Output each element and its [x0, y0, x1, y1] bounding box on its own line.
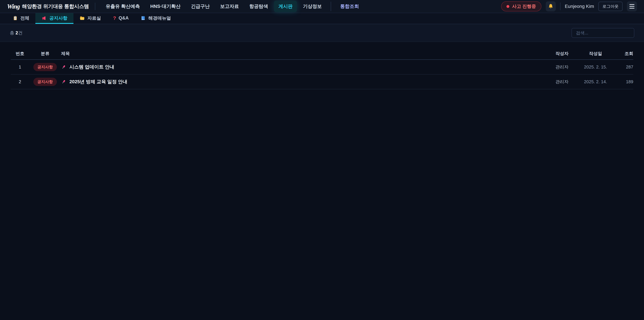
main-nav: 유출유 확산예측 HNS·대기확산 긴급구난 보고자료 항공탐색 게시판 기상정… — [101, 1, 363, 12]
logout-button[interactable]: 로그아웃 — [598, 2, 622, 11]
tab-manual[interactable]: 해경매뉴얼 — [135, 13, 177, 24]
megaphone-icon — [42, 16, 47, 21]
app-title: 해양환경 위기대응 통합시스템 — [22, 3, 89, 10]
column-header-title: 제목 — [61, 51, 548, 57]
total-number: 2 — [16, 30, 18, 36]
category-cell: 공지사항 — [29, 78, 61, 86]
pin-icon — [61, 79, 66, 84]
table-row[interactable]: 2 공지사항 2025년 방제 교육 일정 안내 관리자 2025. 2. 14… — [11, 75, 633, 89]
nav-item-hns-air-diffusion[interactable]: HNS·대기확산 — [146, 1, 185, 12]
user-divider — [560, 3, 560, 10]
tab-notices[interactable]: 공지사항 — [36, 13, 74, 24]
book-icon — [141, 16, 146, 21]
folder-icon — [80, 16, 85, 21]
nav-item-weather-info[interactable]: 기상정보 — [298, 1, 326, 12]
tab-label: 자료실 — [88, 15, 101, 21]
nav-item-integrated-search[interactable]: 통합조회 — [336, 1, 363, 12]
user-name: Eunjeong Kim — [565, 4, 594, 9]
nav-item-reports[interactable]: 보고자료 — [216, 1, 243, 12]
total-prefix: 총 — [10, 30, 16, 36]
hamburger-icon — [630, 4, 634, 9]
category-badge: 공지사항 — [33, 63, 57, 71]
board-table: 번호 분류 제목 작성자 작성일 조회 1 공지사항 시스템 업데이트 — [0, 42, 644, 89]
category-cell: 공지사항 — [29, 63, 61, 71]
column-header-date: 작성일 — [576, 51, 615, 57]
row-number: 2 — [11, 79, 29, 84]
pin-icon — [61, 64, 66, 70]
incident-status-badge[interactable]: 사고 진행중 — [501, 1, 541, 12]
board-tab-bar: 전체 공지사항 자료실 ? Q&A — [0, 13, 644, 24]
date-cell: 2025. 2. 14. — [576, 79, 615, 84]
title-cell[interactable]: 시스템 업데이트 안내 — [61, 64, 548, 70]
column-header-no: 번호 — [11, 51, 29, 57]
tab-label: 해경매뉴얼 — [148, 15, 171, 21]
title-cell[interactable]: 2025년 방제 교육 일정 안내 — [61, 79, 548, 85]
tab-archive[interactable]: 자료실 — [74, 13, 107, 24]
clipboard-icon — [13, 16, 18, 21]
incident-status-label: 사고 진행중 — [512, 3, 536, 10]
column-header-category: 분류 — [29, 51, 61, 57]
top-bar: Wing 해양환경 위기대응 통합시스템 유출유 확산예측 HNS·대기확산 긴… — [0, 0, 644, 13]
table-row[interactable]: 1 공지사항 시스템 업데이트 안내 관리자 2025. 2. 15. 287 — [11, 60, 633, 75]
brand-divider — [95, 3, 95, 10]
tab-label: Q&A — [118, 16, 129, 21]
brand: Wing 해양환경 위기대응 통합시스템 — [7, 3, 89, 10]
incident-dot-icon — [506, 5, 509, 8]
nav-item-emergency-rescue[interactable]: 긴급구난 — [186, 1, 214, 12]
author-cell: 관리자 — [548, 79, 576, 85]
total-count: 총 2건 — [10, 30, 23, 36]
tab-qna[interactable]: ? Q&A — [107, 13, 135, 24]
search-input[interactable] — [572, 28, 634, 38]
tab-all[interactable]: 전체 — [7, 13, 36, 24]
board-toolbar: 총 2건 — [0, 24, 644, 42]
nav-separator — [331, 2, 331, 11]
menu-button[interactable] — [627, 1, 637, 12]
question-icon: ? — [113, 15, 116, 21]
views-cell: 189 — [615, 79, 633, 84]
nav-item-oil-spill-prediction[interactable]: 유출유 확산예측 — [101, 1, 144, 12]
nav-item-aerial-search[interactable]: 항공탐색 — [245, 1, 272, 12]
author-cell: 관리자 — [548, 64, 576, 70]
table-header-row: 번호 분류 제목 작성자 작성일 조회 — [11, 48, 633, 60]
tab-label: 공지사항 — [49, 15, 68, 21]
bell-icon — [548, 3, 554, 10]
total-suffix: 건 — [18, 30, 23, 36]
category-badge: 공지사항 — [33, 78, 57, 86]
nav-item-board[interactable]: 게시판 — [274, 1, 297, 12]
post-title: 2025년 방제 교육 일정 안내 — [70, 79, 127, 85]
tab-label: 전체 — [20, 15, 29, 21]
wing-logo-icon: Wing — [7, 3, 20, 10]
notification-button[interactable] — [546, 1, 556, 12]
column-header-author: 작성자 — [548, 51, 576, 57]
post-title: 시스템 업데이트 안내 — [70, 64, 114, 70]
views-cell: 287 — [615, 65, 633, 70]
row-number: 1 — [11, 65, 29, 70]
column-header-views: 조회 — [615, 51, 633, 57]
top-bar-right: 사고 진행중 Eunjeong Kim 로그아웃 — [501, 1, 637, 12]
date-cell: 2025. 2. 15. — [576, 65, 615, 70]
